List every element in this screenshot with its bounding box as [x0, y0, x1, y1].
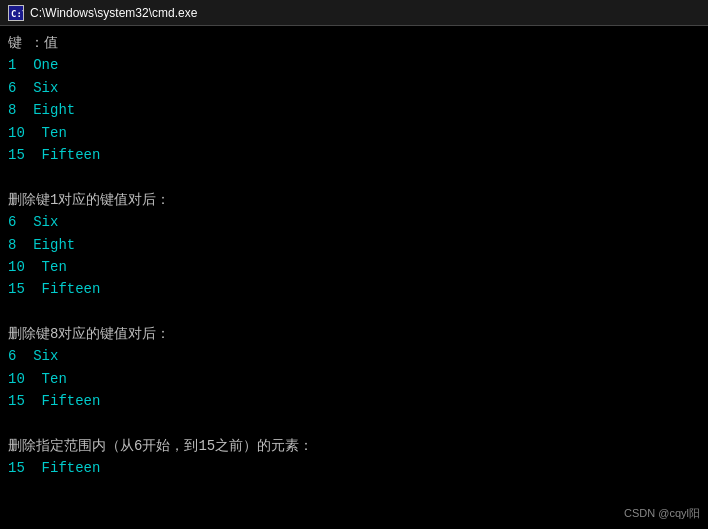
- header-line: 键 ：值: [8, 32, 700, 54]
- window-title: C:\Windows\system32\cmd.exe: [30, 6, 197, 20]
- msg-delete-range: 删除指定范围内（从6开始，到15之前）的元素：: [8, 435, 700, 457]
- data-row-5: 15 Fifteen: [8, 144, 700, 166]
- data-row-2: 6 Six: [8, 77, 700, 99]
- console-body: 键 ：值 1 One 6 Six 8 Eight 10 Ten 15 Fifte…: [0, 26, 708, 529]
- data-row-8: 10 Ten: [8, 256, 700, 278]
- blank-2: [8, 301, 700, 323]
- data-row-4: 10 Ten: [8, 122, 700, 144]
- data-row-12: 15 Fifteen: [8, 390, 700, 412]
- data-row-9: 15 Fifteen: [8, 278, 700, 300]
- data-row-7: 8 Eight: [8, 234, 700, 256]
- blank-1: [8, 166, 700, 188]
- data-row-3: 8 Eight: [8, 99, 700, 121]
- data-row-11: 10 Ten: [8, 368, 700, 390]
- data-row-6: 6 Six: [8, 211, 700, 233]
- watermark: CSDN @cqyl阳: [624, 506, 700, 521]
- data-row-13: 15 Fifteen: [8, 457, 700, 479]
- cmd-icon: C:\: [8, 5, 24, 21]
- blank-3: [8, 413, 700, 435]
- svg-text:C:\: C:\: [11, 9, 23, 19]
- data-row-1: 1 One: [8, 54, 700, 76]
- data-row-10: 6 Six: [8, 345, 700, 367]
- title-bar: C:\ C:\Windows\system32\cmd.exe: [0, 0, 708, 26]
- msg-delete-key1: 删除键1对应的键值对后：: [8, 189, 700, 211]
- msg-delete-key8: 删除键8对应的键值对后：: [8, 323, 700, 345]
